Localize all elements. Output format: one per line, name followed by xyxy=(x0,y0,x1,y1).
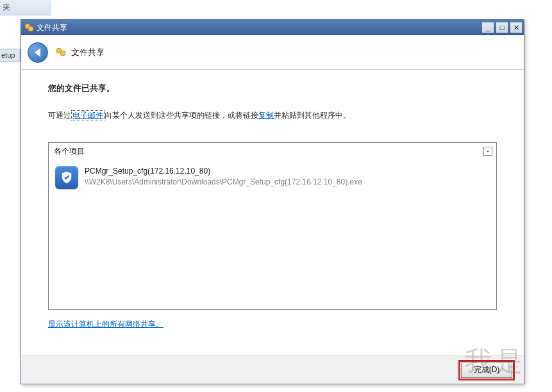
show-all-shares-link-container: 显示该计算机上的所有网络共享。 xyxy=(48,319,497,330)
description-text: 可通过电子邮件向某个人发送到这些共享项的链接，或将链接复制并粘贴到其他程序中。 xyxy=(48,110,497,122)
email-link[interactable]: 电子邮件 xyxy=(71,110,105,120)
file-name: PCMgr_Setup_cfg(172.16.12.10_80) xyxy=(85,166,362,177)
back-button[interactable] xyxy=(28,42,48,63)
button-bar: 完成(D) xyxy=(21,355,524,384)
minimize-button[interactable]: _ xyxy=(481,22,494,33)
svg-point-1 xyxy=(28,26,33,31)
show-all-shares-link[interactable]: 显示该计算机上的所有网络共享。 xyxy=(48,320,163,329)
list-header-label: 各个项目 xyxy=(54,146,85,157)
list-item[interactable]: PCMgr_Setup_cfg(172.16.12.10_80) \\W2K8\… xyxy=(54,162,491,193)
arrow-left-icon xyxy=(35,48,40,57)
wizard-header: 文件共享 xyxy=(21,35,524,70)
wizard-title: 文件共享 xyxy=(71,47,105,58)
file-sharing-dialog: 文件共享 _ □ ✕ 文件共享 您的文件已共享。 可通过电子邮件向某个人发送到这… xyxy=(21,19,524,384)
background-fragment-tab: etup xyxy=(0,49,21,61)
list-header: 各个项目 - xyxy=(49,143,496,159)
close-button[interactable]: ✕ xyxy=(510,22,523,33)
titlebar[interactable]: 文件共享 _ □ ✕ xyxy=(21,20,524,35)
maximize-button[interactable]: □ xyxy=(496,22,508,33)
shield-icon xyxy=(55,166,78,189)
done-button[interactable]: 完成(D) xyxy=(461,363,512,378)
main-heading: 您的文件已共享。 xyxy=(48,83,497,94)
people-icon xyxy=(54,46,67,59)
collapse-toggle[interactable]: - xyxy=(483,147,492,156)
desc-mid: 向某个人发送到这些共享项的链接，或将链接 xyxy=(105,111,258,120)
list-body: PCMgr_Setup_cfg(172.16.12.10_80) \\W2K8\… xyxy=(49,159,496,309)
titlebar-title: 文件共享 xyxy=(37,22,481,33)
background-fragment-top: 夹 xyxy=(0,0,51,15)
content-area: 您的文件已共享。 可通过电子邮件向某个人发送到这些共享项的链接，或将链接复制并粘… xyxy=(21,70,524,355)
file-path: \\W2K8\Users\Administrator\Downloads\PCM… xyxy=(85,177,362,188)
desc-post: 并粘贴到其他程序中。 xyxy=(274,111,351,120)
items-list: 各个项目 - PCMgr_Setup_cfg(172.16.12.10_80) … xyxy=(48,142,497,310)
app-icon xyxy=(24,22,34,33)
desc-pre: 可通过 xyxy=(48,111,71,120)
copy-link[interactable]: 复制 xyxy=(258,111,274,120)
svg-point-3 xyxy=(60,51,65,56)
